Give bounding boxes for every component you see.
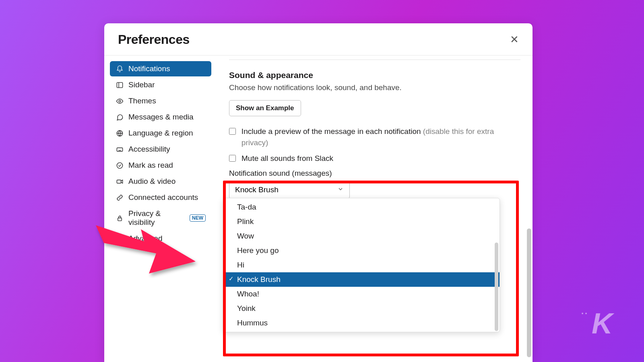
divider (229, 60, 520, 60)
option-knockbrush[interactable]: Knock Brush (223, 272, 500, 287)
sound-select-block: Knock Brush Ta-da Plink Wow Here you go … (229, 181, 520, 199)
sound-select[interactable]: Knock Brush (229, 181, 350, 199)
gear-icon (116, 234, 124, 243)
eye-icon (116, 97, 124, 105)
sidebar-label: Audio & video (128, 177, 175, 186)
mute-checkbox-row[interactable]: Mute all sounds from Slack (229, 153, 520, 164)
bell-icon (116, 65, 124, 73)
svg-point-1 (119, 100, 121, 102)
svg-point-7 (119, 238, 121, 240)
globe-icon (116, 129, 124, 137)
check-icon (116, 161, 124, 169)
preview-checkbox[interactable] (229, 128, 236, 135)
sidebar-label: Privacy & visibility (128, 209, 184, 227)
window-body: Notifications Sidebar Themes Messages & … (104, 56, 533, 358)
section-title: Sound & appearance (229, 70, 520, 80)
sidebar-item-themes[interactable]: Themes (110, 93, 211, 109)
sidebar-label: Connected accounts (128, 193, 198, 202)
mute-label: Mute all sounds from Slack (242, 153, 333, 164)
sidebar-item-advanced[interactable]: Advanced (110, 231, 211, 246)
sidebar: Notifications Sidebar Themes Messages & … (104, 56, 217, 358)
sidebar-item-accessibility[interactable]: Accessibility (110, 142, 211, 157)
keyboard-icon (116, 145, 124, 153)
message-icon (116, 113, 124, 121)
preview-checkbox-row[interactable]: Include a preview of the message in each… (229, 126, 520, 148)
main-panel: Sound & appearance Choose how notificati… (217, 56, 533, 358)
svg-point-4 (117, 162, 122, 168)
chevron-down-icon (337, 185, 344, 194)
mute-checkbox[interactable] (229, 155, 236, 162)
sidebar-label: Language & region (128, 129, 193, 138)
dropdown-scrollbar[interactable] (495, 243, 498, 331)
section-subtitle: Choose how notifications look, sound, an… (229, 83, 520, 92)
sidebar-item-connected[interactable]: Connected accounts (110, 190, 211, 205)
video-icon (116, 177, 124, 185)
sidebar-label: Themes (128, 97, 156, 105)
sidebar-label: Mark as read (128, 161, 173, 170)
sidebar-item-messages[interactable]: Messages & media (110, 109, 211, 125)
svg-rect-6 (118, 218, 122, 220)
sidebar-item-language[interactable]: Language & region (110, 125, 211, 141)
sidebar-label: Notifications (128, 64, 170, 73)
option-plink[interactable]: Plink (223, 214, 500, 229)
sidebar-label: Advanced (128, 234, 163, 243)
sound-dropdown[interactable]: Ta-da Plink Wow Here you go Hi Knock Bru… (223, 198, 500, 332)
option-hereyougo[interactable]: Here you go (223, 243, 500, 258)
option-tada[interactable]: Ta-da (223, 200, 500, 214)
main-scrollbar[interactable] (527, 228, 531, 357)
new-badge: NEW (190, 214, 206, 222)
sidebar-item-audiovideo[interactable]: Audio & video (110, 174, 211, 189)
preview-label: Include a preview of the message in each… (242, 126, 520, 148)
svg-rect-5 (117, 180, 121, 183)
close-icon[interactable]: ✕ (510, 33, 519, 46)
sidebar-label: Messages & media (128, 113, 194, 121)
option-hi[interactable]: Hi (223, 258, 500, 272)
sidebar-label: Accessibility (128, 145, 170, 154)
option-whoa[interactable]: Whoa! (223, 287, 500, 301)
sidebar-icon (116, 81, 124, 89)
sidebar-label: Sidebar (128, 80, 155, 89)
sidebar-item-notifications[interactable]: Notifications (110, 61, 211, 76)
svg-rect-0 (117, 82, 122, 88)
show-example-button[interactable]: Show an Example (229, 100, 301, 116)
sidebar-item-markread[interactable]: Mark as read (110, 158, 211, 173)
window-title: Preferences (118, 32, 190, 47)
sound-label: Notification sound (messages) (229, 169, 520, 178)
sidebar-item-sidebar[interactable]: Sidebar (110, 77, 211, 93)
link-icon (116, 193, 124, 202)
watermark-logo: ∙∙K (592, 307, 613, 340)
svg-rect-3 (117, 148, 122, 151)
option-yoink[interactable]: Yoink (223, 301, 500, 316)
sound-selected: Knock Brush (235, 185, 279, 194)
sidebar-item-privacy[interactable]: Privacy & visibility NEW (110, 206, 211, 230)
option-hummus[interactable]: Hummus (223, 316, 500, 330)
preferences-window: Preferences ✕ Notifications Sidebar Them… (104, 23, 533, 362)
titlebar: Preferences ✕ (104, 23, 533, 56)
option-wow[interactable]: Wow (223, 229, 500, 243)
lock-icon (116, 214, 124, 222)
